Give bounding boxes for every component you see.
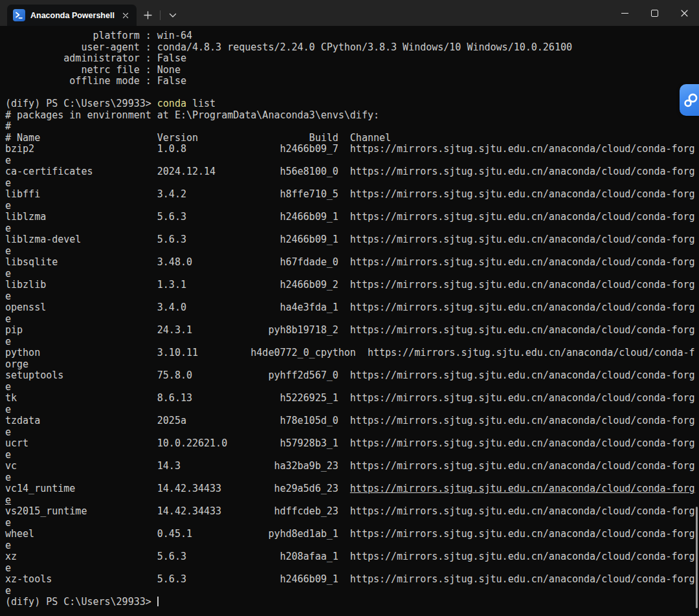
conda-info-line: administrator : False bbox=[5, 53, 699, 65]
package-fields: ca-certificates 2024.12.14 h56e8100_0 ht… bbox=[5, 166, 695, 177]
table-row: pip 24.3.1 pyh8b19718_2 https://mirrors.… bbox=[5, 325, 699, 336]
env-header-line: # packages in environment at E:\ProgramD… bbox=[5, 110, 699, 122]
titlebar-drag-region[interactable] bbox=[184, 0, 610, 26]
package-fields: vc14_runtime 14.42.34433 he29a5d6_23 bbox=[5, 483, 350, 494]
minimize-button[interactable] bbox=[610, 0, 639, 26]
conda-info-line: platform : win-64 bbox=[5, 30, 699, 42]
table-row-wrap: e bbox=[5, 427, 699, 439]
comment-line: # bbox=[5, 121, 699, 133]
table-row-wrap: e bbox=[5, 472, 699, 484]
table-row-wrap: e bbox=[5, 246, 699, 258]
package-fields: setuptools 75.8.0 pyhff2d567_0 https://m… bbox=[5, 369, 695, 381]
table-row-wrap: e bbox=[5, 223, 699, 235]
env-header: # packages in environment at E:\ProgramD… bbox=[5, 109, 379, 121]
table-row: tzdata 2025a h78e105d_0 https://mirrors.… bbox=[5, 415, 699, 427]
table-row: libzlib 1.3.1 h2466b09_2 https://mirrors… bbox=[5, 280, 699, 291]
table-row: tk 8.6.13 h5226925_1 https://mirrors.sjt… bbox=[5, 393, 699, 404]
tab-close-icon[interactable] bbox=[121, 10, 130, 21]
channel-wrap: e bbox=[5, 313, 11, 325]
table-row-wrap: e bbox=[5, 518, 699, 529]
channel-wrap: e bbox=[5, 449, 11, 461]
table-row-wrap: e bbox=[5, 291, 699, 303]
conda-info-line: offline mode : False bbox=[5, 76, 699, 87]
package-fields: wheel 0.45.1 pyhd8ed1ab_1 https://mirror… bbox=[5, 528, 695, 540]
table-row-wrap: e bbox=[5, 155, 699, 167]
table-row: libsqlite 3.48.0 h67fdade_0 https://mirr… bbox=[5, 257, 699, 269]
channel-link[interactable]: e bbox=[5, 494, 11, 506]
table-row: xz-tools 5.6.3 h2466b09_1 https://mirror… bbox=[5, 574, 699, 586]
package-fields: xz 5.6.3 h208afaa_1 https://mirrors.sjtu… bbox=[5, 551, 695, 562]
tab-dropdown-button[interactable] bbox=[162, 5, 184, 26]
terminal-output[interactable]: platform : win-64 user-agent : conda/4.8… bbox=[0, 26, 699, 616]
minimize-icon bbox=[621, 13, 628, 14]
channel-wrap: e bbox=[5, 200, 11, 212]
info-line: user-agent : conda/4.8.3 requests/2.24.0… bbox=[5, 41, 572, 53]
channel-wrap: e bbox=[5, 540, 11, 551]
table-row: setuptools 75.8.0 pyhff2d567_0 https://m… bbox=[5, 370, 699, 382]
table-row: openssl 3.4.0 ha4e3fda_1 https://mirrors… bbox=[5, 302, 699, 314]
table-row-wrap: e bbox=[5, 586, 699, 597]
channel-wrap: e bbox=[5, 336, 11, 347]
powershell-icon bbox=[13, 9, 25, 21]
info-line: platform : win-64 bbox=[5, 30, 192, 41]
package-fields: libsqlite 3.48.0 h67fdade_0 https://mirr… bbox=[5, 256, 695, 268]
table-row-wrap: e bbox=[5, 450, 699, 461]
command-text: conda bbox=[157, 98, 186, 109]
maximize-button[interactable] bbox=[639, 0, 669, 26]
channel-wrap: e bbox=[5, 268, 11, 280]
channel-wrap: e bbox=[5, 381, 11, 393]
command-args: list bbox=[186, 98, 216, 109]
comment: # bbox=[5, 120, 11, 132]
channel-wrap: e bbox=[5, 177, 11, 189]
info-line: netrc file : None bbox=[5, 64, 181, 76]
table-row-wrap: e bbox=[5, 404, 699, 416]
scrollbar-thumb[interactable] bbox=[696, 507, 698, 608]
table-row-wrap: e bbox=[5, 314, 699, 325]
channel-wrap: e bbox=[5, 155, 11, 166]
package-fields: libzlib 1.3.1 h2466b09_2 https://mirrors… bbox=[5, 279, 695, 291]
package-fields: libffi 3.4.2 h8ffe710_5 https://mirrors.… bbox=[5, 188, 695, 200]
command-line: (dify) PS C:\Users\29933> conda list bbox=[5, 98, 699, 110]
package-fields: ucrt 10.0.22621.0 h57928b3_1 https://mir… bbox=[5, 437, 695, 449]
table-row: liblzma 5.6.3 h2466b09_1 https://mirrors… bbox=[5, 212, 699, 223]
table-row: liblzma-devel 5.6.3 h2466b09_1 https://m… bbox=[5, 234, 699, 246]
table-row-wrap: e bbox=[5, 540, 699, 552]
table-row: bzip2 1.0.8 h2466b09_7 https://mirrors.s… bbox=[5, 144, 699, 155]
channel-wrap: e bbox=[5, 517, 11, 529]
text-cursor bbox=[157, 597, 159, 606]
channel-wrap: e bbox=[5, 472, 11, 483]
close-icon bbox=[681, 10, 688, 17]
tab-title: Anaconda Powershell Pr bbox=[30, 11, 116, 20]
new-tab-button[interactable] bbox=[137, 5, 159, 26]
channel-wrap: e bbox=[5, 245, 11, 257]
column-header: # Name Version Build Channel bbox=[5, 132, 391, 144]
channel-wrap: e bbox=[5, 426, 11, 438]
maximize-icon bbox=[651, 10, 658, 17]
table-header-line: # Name Version Build Channel bbox=[5, 133, 699, 144]
package-fields: vs2015_runtime 14.42.34433 hdffcdeb_23 h… bbox=[5, 505, 695, 517]
channel-wrap: e bbox=[5, 291, 11, 302]
info-line: administrator : False bbox=[5, 52, 186, 64]
conda-info-line: user-agent : conda/4.8.3 requests/2.24.0… bbox=[5, 42, 699, 54]
close-button[interactable] bbox=[669, 0, 699, 26]
channel-wrap: e bbox=[5, 404, 11, 415]
table-row-wrap: e bbox=[5, 382, 699, 393]
table-row-wrap: e bbox=[5, 178, 699, 190]
package-fields: xz-tools 5.6.3 h2466b09_1 https://mirror… bbox=[5, 573, 695, 585]
conda-info-line: netrc file : None bbox=[5, 65, 699, 76]
channel-wrap: e bbox=[5, 562, 11, 574]
terminal-tab[interactable]: Anaconda Powershell Pr bbox=[7, 5, 137, 26]
blank-line bbox=[5, 87, 699, 99]
assistant-floating-button[interactable] bbox=[680, 84, 699, 116]
package-fields: bzip2 1.0.8 h2466b09_7 https://mirrors.s… bbox=[5, 143, 695, 155]
table-row-wrap: e bbox=[5, 563, 699, 575]
prompt-text: (dify) PS C:\Users\29933> bbox=[5, 596, 157, 608]
channel-wrap: e bbox=[5, 223, 11, 234]
channel-link[interactable]: https://mirrors.sjtug.sjtu.edu.cn/anacon… bbox=[350, 483, 695, 494]
package-fields: tk 8.6.13 h5226925_1 https://mirrors.sjt… bbox=[5, 392, 695, 404]
channel-wrap: e bbox=[5, 585, 11, 597]
window-controls bbox=[610, 0, 699, 26]
tab-bar-divider bbox=[160, 10, 161, 20]
linked-circles-icon bbox=[683, 92, 699, 109]
channel-wrap: orge bbox=[5, 358, 28, 370]
